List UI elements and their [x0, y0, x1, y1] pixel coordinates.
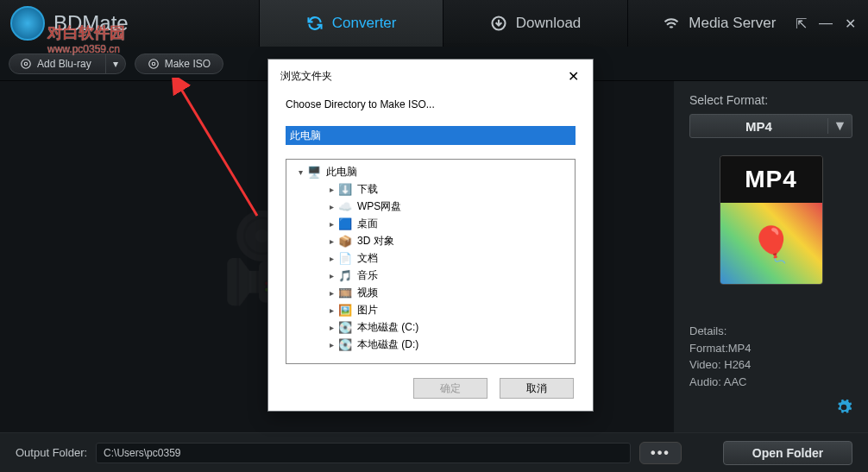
app-logo-area: BDMate: [0, 6, 259, 41]
app-name: BDMate: [53, 11, 129, 35]
settings-button[interactable]: [835, 399, 852, 420]
dl-icon: ⬇️: [338, 182, 352, 196]
disc-icon: [148, 58, 160, 70]
tree-toggle-icon[interactable]: ▸: [326, 340, 337, 349]
tab-converter[interactable]: Converter: [259, 0, 443, 47]
tree-item[interactable]: ▸📄文档: [288, 249, 573, 267]
film-icon: 🎈: [720, 203, 822, 285]
tree-toggle-icon[interactable]: ▸: [326, 323, 337, 332]
minimize-icon[interactable]: —: [819, 16, 833, 32]
detail-audio: Audio: AAC: [689, 374, 852, 391]
tree-toggle-icon[interactable]: ▸: [326, 202, 337, 211]
tree-toggle-icon[interactable]: ▸: [326, 185, 337, 194]
video-icon: 🎞️: [338, 286, 352, 299]
tree-item-label: 本地磁盘 (D:): [354, 337, 418, 352]
3d-icon: 📦: [338, 234, 352, 248]
add-bluray-button[interactable]: Add Blu-ray ▾: [9, 53, 126, 74]
detail-format: Format:MP4: [689, 340, 852, 357]
tree-toggle-icon[interactable]: ▸: [326, 254, 337, 263]
window-controls: ⇱ — ✕: [811, 16, 868, 32]
dialog-ok-button[interactable]: 确定: [413, 378, 487, 399]
dialog-cancel-button[interactable]: 取消: [500, 378, 574, 399]
tree-item-label: 下载: [354, 182, 378, 197]
tree-item-label: 桌面: [354, 217, 378, 231]
tree-item-label: 文档: [354, 251, 378, 266]
tree-item-label: WPS网盘: [354, 199, 401, 214]
svg-point-2: [24, 62, 28, 66]
dialog-close-button[interactable]: ✕: [563, 68, 584, 85]
svg-point-4: [152, 62, 155, 66]
doc-icon: 📄: [338, 251, 352, 265]
tree-item[interactable]: ▸🖼️图片: [288, 301, 573, 318]
tree-item[interactable]: ▸🟦桌面: [288, 215, 573, 232]
chevron-down-icon[interactable]: ▼: [827, 118, 852, 134]
details-label: Details:: [689, 323, 852, 340]
cloud-icon: ☁️: [338, 199, 352, 213]
format-thumbnail: MP4 🎈: [720, 155, 823, 285]
pc-icon: 🖥️: [307, 165, 321, 179]
tree-item-label: 音乐: [354, 268, 378, 283]
tree-item-label: 图片: [354, 303, 378, 318]
tree-item-label: 3D 对象: [354, 234, 394, 249]
pic-icon: 🖼️: [338, 303, 352, 317]
tree-item[interactable]: ▸💽本地磁盘 (D:): [288, 336, 573, 353]
drive-icon: 💽: [338, 337, 352, 351]
browse-folder-dialog: 浏览文件夹 ✕ Choose Directory to Make ISO... …: [267, 59, 594, 412]
browse-folder-button[interactable]: •••: [639, 442, 682, 464]
wifi-icon: [663, 15, 680, 32]
desk-icon: 🟦: [338, 217, 352, 230]
tab-media-server[interactable]: Media Server: [627, 0, 811, 47]
tree-toggle-icon[interactable]: ▸: [326, 236, 337, 246]
disc-icon: [20, 58, 32, 70]
footer-bar: Output Folder: ••• Open Folder: [0, 432, 868, 472]
detail-video: Video: H264: [689, 356, 852, 374]
app-logo-icon: [10, 6, 45, 41]
open-folder-button[interactable]: Open Folder: [723, 441, 852, 465]
svg-point-3: [148, 59, 158, 68]
tree-item[interactable]: ▸☁️WPS网盘: [288, 198, 573, 215]
tree-item-label: 视频: [354, 286, 378, 300]
dialog-footer: 确定 取消: [268, 368, 593, 411]
dialog-subtitle: Choose Directory to Make ISO...: [286, 98, 576, 110]
format-value: MP4: [690, 119, 827, 134]
tree-item-label: 本地磁盘 (C:): [354, 320, 418, 335]
tree-item[interactable]: ▾🖥️此电脑: [288, 163, 573, 180]
tree-item-label: 此电脑: [323, 165, 357, 179]
format-details: Details: Format:MP4 Video: H264 Audio: A…: [689, 323, 852, 390]
tree-item[interactable]: ▸🎞️视频: [288, 284, 573, 301]
tree-toggle-icon[interactable]: ▸: [326, 271, 337, 280]
dialog-title: 浏览文件夹: [280, 69, 332, 84]
output-folder-input[interactable]: [96, 443, 631, 463]
download-icon: [490, 15, 507, 32]
chevron-down-icon[interactable]: ▾: [105, 54, 125, 73]
gear-icon: [835, 399, 852, 416]
output-folder-label: Output Folder:: [16, 446, 87, 459]
format-dropdown[interactable]: MP4 ▼: [689, 114, 852, 138]
close-icon[interactable]: ✕: [845, 16, 856, 32]
popout-icon[interactable]: ⇱: [796, 16, 807, 32]
tree-toggle-icon[interactable]: ▸: [326, 305, 337, 315]
tab-download[interactable]: Download: [443, 0, 626, 47]
make-iso-button[interactable]: Make ISO: [135, 53, 223, 74]
select-format-label: Select Format:: [689, 93, 852, 107]
drive-icon: 💽: [338, 320, 352, 334]
tree-toggle-icon[interactable]: ▸: [326, 288, 337, 298]
dialog-titlebar: 浏览文件夹 ✕: [268, 60, 593, 90]
side-panel: Select Format: MP4 ▼ MP4 🎈 Details: Form…: [674, 81, 868, 432]
tree-toggle-icon[interactable]: ▸: [326, 219, 337, 229]
tree-item[interactable]: ▸🎵音乐: [288, 267, 573, 284]
folder-tree[interactable]: ▾🖥️此电脑▸⬇️下载▸☁️WPS网盘▸🟦桌面▸📦3D 对象▸📄文档▸🎵音乐▸🎞…: [286, 159, 576, 364]
main-tabs: Converter Download Media Server: [259, 0, 811, 47]
tree-item[interactable]: ▸⬇️下载: [288, 180, 573, 198]
music-icon: 🎵: [338, 268, 352, 282]
title-bar: BDMate Converter Download Media Server ⇱…: [0, 0, 868, 47]
selected-folder-input[interactable]: [286, 126, 576, 145]
tree-item[interactable]: ▸💽本地磁盘 (C:): [288, 318, 573, 336]
svg-point-1: [22, 59, 31, 68]
tree-toggle-icon[interactable]: ▾: [295, 167, 305, 177]
refresh-icon: [306, 15, 324, 32]
tree-item[interactable]: ▸📦3D 对象: [288, 232, 573, 249]
